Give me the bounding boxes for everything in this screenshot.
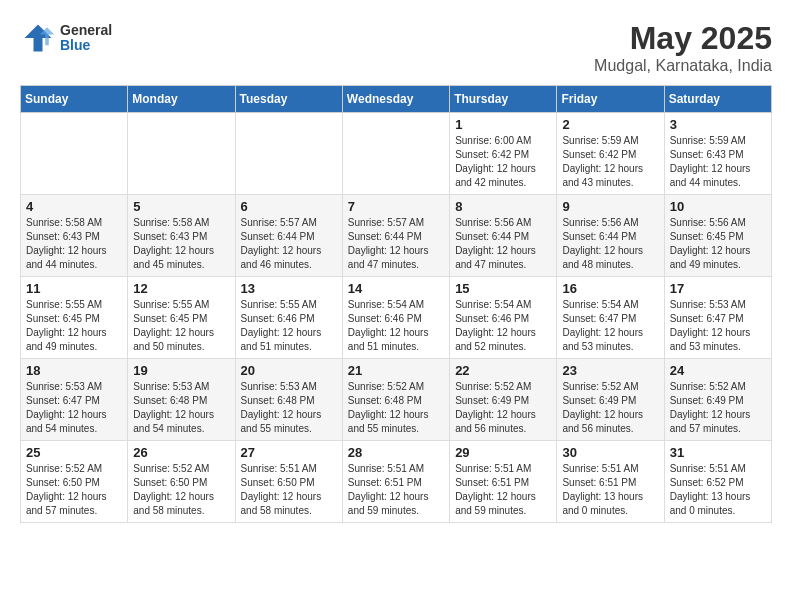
day-number: 7 xyxy=(348,199,444,214)
calendar-cell: 9Sunrise: 5:56 AMSunset: 6:44 PMDaylight… xyxy=(557,195,664,277)
day-number: 6 xyxy=(241,199,337,214)
calendar-cell: 17Sunrise: 5:53 AMSunset: 6:47 PMDayligh… xyxy=(664,277,771,359)
day-info: Sunrise: 5:56 AMSunset: 6:44 PMDaylight:… xyxy=(562,216,658,272)
header-day-sunday: Sunday xyxy=(21,86,128,113)
logo-text: General Blue xyxy=(60,23,112,54)
day-info: Sunrise: 5:51 AMSunset: 6:52 PMDaylight:… xyxy=(670,462,766,518)
calendar-week-4: 18Sunrise: 5:53 AMSunset: 6:47 PMDayligh… xyxy=(21,359,772,441)
day-info: Sunrise: 5:55 AMSunset: 6:45 PMDaylight:… xyxy=(133,298,229,354)
day-number: 20 xyxy=(241,363,337,378)
day-info: Sunrise: 5:57 AMSunset: 6:44 PMDaylight:… xyxy=(241,216,337,272)
calendar-cell: 30Sunrise: 5:51 AMSunset: 6:51 PMDayligh… xyxy=(557,441,664,523)
day-number: 22 xyxy=(455,363,551,378)
day-info: Sunrise: 5:59 AMSunset: 6:42 PMDaylight:… xyxy=(562,134,658,190)
day-number: 30 xyxy=(562,445,658,460)
page-header: General Blue May 2025 Mudgal, Karnataka,… xyxy=(20,20,772,75)
day-info: Sunrise: 5:59 AMSunset: 6:43 PMDaylight:… xyxy=(670,134,766,190)
calendar-cell: 10Sunrise: 5:56 AMSunset: 6:45 PMDayligh… xyxy=(664,195,771,277)
title-block: May 2025 Mudgal, Karnataka, India xyxy=(594,20,772,75)
day-number: 13 xyxy=(241,281,337,296)
day-number: 16 xyxy=(562,281,658,296)
day-info: Sunrise: 5:52 AMSunset: 6:49 PMDaylight:… xyxy=(562,380,658,436)
calendar-cell: 21Sunrise: 5:52 AMSunset: 6:48 PMDayligh… xyxy=(342,359,449,441)
day-number: 27 xyxy=(241,445,337,460)
day-info: Sunrise: 5:53 AMSunset: 6:47 PMDaylight:… xyxy=(26,380,122,436)
day-info: Sunrise: 5:55 AMSunset: 6:45 PMDaylight:… xyxy=(26,298,122,354)
calendar-week-2: 4Sunrise: 5:58 AMSunset: 6:43 PMDaylight… xyxy=(21,195,772,277)
day-info: Sunrise: 5:55 AMSunset: 6:46 PMDaylight:… xyxy=(241,298,337,354)
header-day-saturday: Saturday xyxy=(664,86,771,113)
calendar-cell: 2Sunrise: 5:59 AMSunset: 6:42 PMDaylight… xyxy=(557,113,664,195)
logo: General Blue xyxy=(20,20,112,56)
calendar-cell: 4Sunrise: 5:58 AMSunset: 6:43 PMDaylight… xyxy=(21,195,128,277)
calendar-cell: 6Sunrise: 5:57 AMSunset: 6:44 PMDaylight… xyxy=(235,195,342,277)
calendar-cell: 11Sunrise: 5:55 AMSunset: 6:45 PMDayligh… xyxy=(21,277,128,359)
calendar-cell: 28Sunrise: 5:51 AMSunset: 6:51 PMDayligh… xyxy=(342,441,449,523)
day-info: Sunrise: 5:56 AMSunset: 6:45 PMDaylight:… xyxy=(670,216,766,272)
day-number: 24 xyxy=(670,363,766,378)
calendar-cell: 8Sunrise: 5:56 AMSunset: 6:44 PMDaylight… xyxy=(450,195,557,277)
day-info: Sunrise: 5:54 AMSunset: 6:46 PMDaylight:… xyxy=(348,298,444,354)
calendar-cell: 12Sunrise: 5:55 AMSunset: 6:45 PMDayligh… xyxy=(128,277,235,359)
day-number: 19 xyxy=(133,363,229,378)
day-info: Sunrise: 5:52 AMSunset: 6:48 PMDaylight:… xyxy=(348,380,444,436)
calendar-cell: 31Sunrise: 5:51 AMSunset: 6:52 PMDayligh… xyxy=(664,441,771,523)
calendar-cell xyxy=(21,113,128,195)
day-number: 9 xyxy=(562,199,658,214)
calendar-cell xyxy=(235,113,342,195)
calendar-body: 1Sunrise: 6:00 AMSunset: 6:42 PMDaylight… xyxy=(21,113,772,523)
calendar-cell: 1Sunrise: 6:00 AMSunset: 6:42 PMDaylight… xyxy=(450,113,557,195)
day-number: 8 xyxy=(455,199,551,214)
calendar-week-5: 25Sunrise: 5:52 AMSunset: 6:50 PMDayligh… xyxy=(21,441,772,523)
day-info: Sunrise: 5:58 AMSunset: 6:43 PMDaylight:… xyxy=(26,216,122,272)
day-number: 11 xyxy=(26,281,122,296)
header-day-tuesday: Tuesday xyxy=(235,86,342,113)
day-number: 31 xyxy=(670,445,766,460)
calendar-cell: 15Sunrise: 5:54 AMSunset: 6:46 PMDayligh… xyxy=(450,277,557,359)
day-number: 5 xyxy=(133,199,229,214)
day-info: Sunrise: 5:54 AMSunset: 6:46 PMDaylight:… xyxy=(455,298,551,354)
day-info: Sunrise: 5:52 AMSunset: 6:49 PMDaylight:… xyxy=(670,380,766,436)
day-info: Sunrise: 5:54 AMSunset: 6:47 PMDaylight:… xyxy=(562,298,658,354)
calendar-cell: 18Sunrise: 5:53 AMSunset: 6:47 PMDayligh… xyxy=(21,359,128,441)
calendar-cell: 25Sunrise: 5:52 AMSunset: 6:50 PMDayligh… xyxy=(21,441,128,523)
day-info: Sunrise: 5:51 AMSunset: 6:50 PMDaylight:… xyxy=(241,462,337,518)
day-number: 2 xyxy=(562,117,658,132)
day-number: 3 xyxy=(670,117,766,132)
day-number: 10 xyxy=(670,199,766,214)
calendar-header: SundayMondayTuesdayWednesdayThursdayFrid… xyxy=(21,86,772,113)
day-number: 21 xyxy=(348,363,444,378)
day-info: Sunrise: 5:53 AMSunset: 6:47 PMDaylight:… xyxy=(670,298,766,354)
day-info: Sunrise: 5:52 AMSunset: 6:50 PMDaylight:… xyxy=(26,462,122,518)
calendar-cell: 26Sunrise: 5:52 AMSunset: 6:50 PMDayligh… xyxy=(128,441,235,523)
day-number: 28 xyxy=(348,445,444,460)
day-number: 29 xyxy=(455,445,551,460)
day-info: Sunrise: 5:52 AMSunset: 6:50 PMDaylight:… xyxy=(133,462,229,518)
calendar-cell: 13Sunrise: 5:55 AMSunset: 6:46 PMDayligh… xyxy=(235,277,342,359)
day-number: 14 xyxy=(348,281,444,296)
day-info: Sunrise: 5:57 AMSunset: 6:44 PMDaylight:… xyxy=(348,216,444,272)
day-number: 18 xyxy=(26,363,122,378)
day-info: Sunrise: 5:52 AMSunset: 6:49 PMDaylight:… xyxy=(455,380,551,436)
calendar-cell: 24Sunrise: 5:52 AMSunset: 6:49 PMDayligh… xyxy=(664,359,771,441)
calendar-title: May 2025 xyxy=(594,20,772,57)
day-number: 17 xyxy=(670,281,766,296)
calendar-cell: 20Sunrise: 5:53 AMSunset: 6:48 PMDayligh… xyxy=(235,359,342,441)
header-day-friday: Friday xyxy=(557,86,664,113)
header-row: SundayMondayTuesdayWednesdayThursdayFrid… xyxy=(21,86,772,113)
day-info: Sunrise: 5:53 AMSunset: 6:48 PMDaylight:… xyxy=(133,380,229,436)
day-number: 23 xyxy=(562,363,658,378)
calendar-cell: 27Sunrise: 5:51 AMSunset: 6:50 PMDayligh… xyxy=(235,441,342,523)
logo-icon xyxy=(20,20,56,56)
day-info: Sunrise: 5:56 AMSunset: 6:44 PMDaylight:… xyxy=(455,216,551,272)
calendar-cell: 5Sunrise: 5:58 AMSunset: 6:43 PMDaylight… xyxy=(128,195,235,277)
day-info: Sunrise: 5:53 AMSunset: 6:48 PMDaylight:… xyxy=(241,380,337,436)
calendar-cell: 22Sunrise: 5:52 AMSunset: 6:49 PMDayligh… xyxy=(450,359,557,441)
header-day-thursday: Thursday xyxy=(450,86,557,113)
calendar-week-3: 11Sunrise: 5:55 AMSunset: 6:45 PMDayligh… xyxy=(21,277,772,359)
day-info: Sunrise: 5:51 AMSunset: 6:51 PMDaylight:… xyxy=(348,462,444,518)
calendar-cell: 19Sunrise: 5:53 AMSunset: 6:48 PMDayligh… xyxy=(128,359,235,441)
calendar-table: SundayMondayTuesdayWednesdayThursdayFrid… xyxy=(20,85,772,523)
calendar-subtitle: Mudgal, Karnataka, India xyxy=(594,57,772,75)
header-day-wednesday: Wednesday xyxy=(342,86,449,113)
